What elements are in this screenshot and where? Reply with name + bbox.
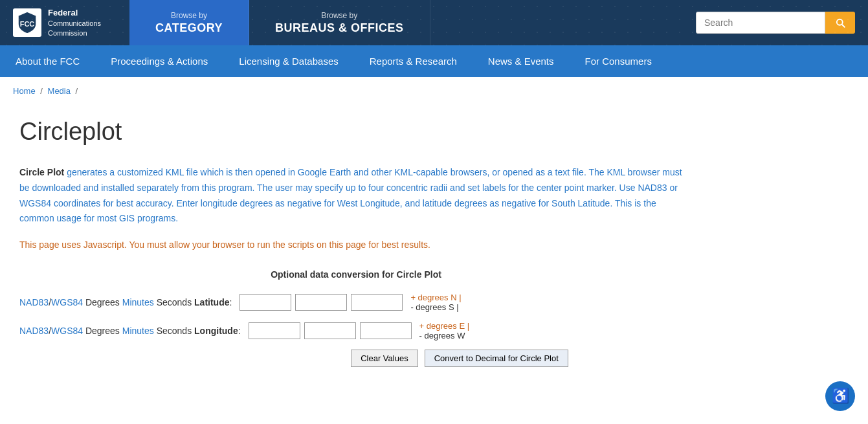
latitude-hint: + degrees N | - degrees S | [410, 293, 461, 312]
latitude-degrees-input[interactable] [239, 294, 291, 311]
longitude-hint: + degrees E | - degrees W [419, 321, 469, 340]
browse-category-label: CATEGORY [155, 21, 223, 35]
browse-buttons: Browse by CATEGORY Browse by BUREAUS & O… [129, 0, 683, 45]
clear-values-button[interactable]: Clear Values [351, 350, 417, 367]
form-section: Optional data conversion for Circle Plot… [19, 269, 693, 367]
description-text: generates a customized KML file which is… [19, 167, 682, 223]
search-icon [834, 17, 846, 28]
nav-item-about[interactable]: About the FCC [0, 45, 95, 77]
browse-bureaus-by-label: Browse by [321, 11, 357, 20]
nav-item-proceedings[interactable]: Proceedings & Actions [95, 45, 223, 77]
form-buttons: Clear Values Convert to Decimal for Circ… [227, 350, 693, 367]
lat-hint-pos: + degrees N | [410, 293, 461, 302]
lat-hint-neg: - degrees S | [410, 302, 461, 312]
nav-item-reports[interactable]: Reports & Research [354, 45, 473, 77]
breadcrumb-media[interactable]: Media [48, 86, 71, 96]
browse-bureaus-label: BUREAUS & OFFICES [275, 21, 404, 35]
longitude-seconds-input[interactable] [360, 322, 412, 339]
latitude-seconds-input[interactable] [351, 294, 403, 311]
page-title: Circleplot [19, 118, 693, 146]
main-nav: About the FCC Proceedings & Actions Lice… [0, 45, 868, 77]
breadcrumb-home[interactable]: Home [13, 86, 36, 96]
fcc-shield-icon: FCC [13, 8, 41, 37]
circle-plot-bold: Circle Plot [19, 167, 64, 177]
search-button[interactable] [825, 12, 855, 34]
svg-text:FCC: FCC [20, 20, 35, 28]
breadcrumb-separator-2: / [76, 86, 78, 96]
lon-hint-neg: - degrees W [419, 331, 469, 340]
search-input[interactable] [696, 12, 825, 34]
fcc-logo[interactable]: FCC Federal Communications Commission [13, 7, 101, 39]
nav-item-news[interactable]: News & Events [473, 45, 570, 77]
breadcrumb-separator-1: / [40, 86, 45, 96]
latitude-minutes-input[interactable] [295, 294, 347, 311]
nav-item-licensing[interactable]: Licensing & Databases [223, 45, 353, 77]
breadcrumb: Home / Media / [0, 77, 868, 105]
fcc-name-text: Federal Communications Commission [48, 7, 101, 39]
browse-category-by-label: Browse by [171, 11, 207, 20]
nav-item-consumers[interactable]: For Consumers [570, 45, 667, 77]
longitude-degrees-input[interactable] [249, 322, 300, 339]
latitude-row: NAD83/WGS84 Degrees Minutes Seconds Lati… [19, 293, 693, 312]
latitude-label: NAD83/WGS84 Degrees Minutes Seconds Lati… [19, 297, 236, 307]
longitude-row: NAD83/WGS84 Degrees Minutes Seconds Long… [19, 321, 693, 340]
longitude-minutes-input[interactable] [304, 322, 356, 339]
accessibility-button[interactable]: ♿ [825, 381, 855, 393]
description-block: Circle Plot generates a customized KML f… [19, 165, 693, 227]
lon-hint-pos: + degrees E | [419, 321, 469, 331]
form-section-title: Optional data conversion for Circle Plot [19, 269, 693, 280]
search-area [683, 0, 868, 45]
site-header: FCC Federal Communications Commission Br… [0, 0, 868, 45]
main-content: Circleplot Circle Plot generates a custo… [0, 105, 712, 393]
search-form [696, 12, 855, 34]
longitude-label: NAD83/WGS84 Degrees Minutes Seconds Long… [19, 326, 245, 336]
browse-category-button[interactable]: Browse by CATEGORY [129, 0, 249, 45]
convert-button[interactable]: Convert to Decimal for Circle Plot [425, 350, 568, 367]
logo-area: FCC Federal Communications Commission [0, 0, 129, 45]
js-notice: This page uses Javascript. You must allo… [19, 240, 693, 250]
browse-bureaus-button[interactable]: Browse by BUREAUS & OFFICES [249, 0, 430, 45]
accessibility-icon: ♿ [832, 388, 849, 393]
